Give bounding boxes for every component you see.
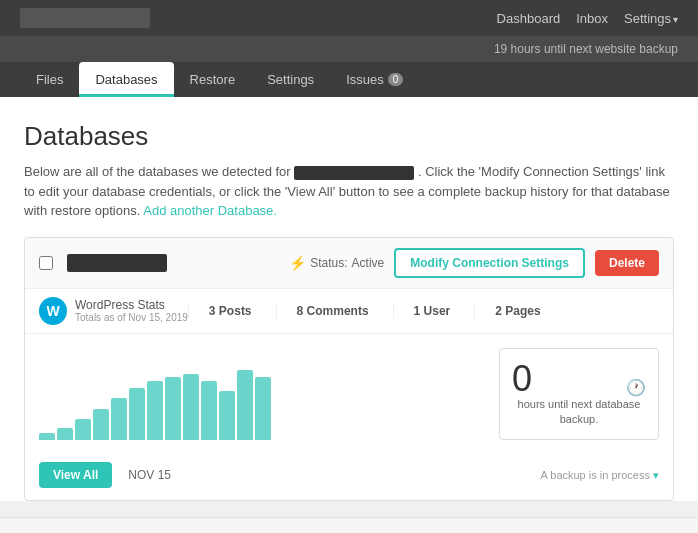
backup-bar-item	[255, 377, 271, 440]
page-description: Below are all of the databases we detect…	[24, 162, 674, 221]
issues-tab[interactable]: Issues 0	[330, 62, 419, 97]
backup-notice: 19 hours until next website backup	[0, 36, 698, 62]
inbox-link[interactable]: Inbox	[576, 11, 608, 26]
backup-area: 0 🕐 hours until next database backup.	[25, 334, 673, 455]
top-nav: Dashboard Inbox Settings	[0, 0, 698, 36]
backup-bar-item	[219, 391, 235, 440]
backup-in-progress-text: A backup is in process ▾	[540, 469, 659, 482]
posts-stat: 3 Posts	[188, 304, 276, 318]
backup-bar-item	[93, 409, 109, 441]
stats-row: W WordPress Stats Totals as of Nov 15, 2…	[25, 289, 673, 334]
tab-bar: Files Databases Restore Settings Issues …	[0, 62, 698, 97]
files-tab[interactable]: Files	[20, 62, 79, 97]
comments-count: 8 Comments	[297, 304, 369, 318]
backup-bar	[183, 374, 199, 441]
backup-text: hours until next database backup.	[512, 397, 646, 428]
db-name-box	[67, 254, 167, 272]
logo	[20, 8, 150, 28]
dashboard-link[interactable]: Dashboard	[497, 11, 561, 26]
desc-text-1: Below are all of the databases we detect…	[24, 164, 291, 179]
backup-bar	[255, 377, 271, 440]
users-stat: 1 User	[393, 304, 475, 318]
settings-link[interactable]: Settings	[624, 11, 678, 26]
backup-bar-item	[165, 377, 181, 440]
add-another-link[interactable]: Add another Database.	[143, 203, 277, 218]
view-all-button[interactable]: View All	[39, 462, 112, 488]
backup-chart	[39, 348, 483, 441]
backup-bar-item	[129, 388, 145, 441]
backup-bar-item	[183, 374, 199, 441]
delete-button[interactable]: Delete	[595, 250, 659, 276]
backup-notice-text: 19 hours until next website backup	[494, 42, 678, 56]
settings-tab[interactable]: Settings	[251, 62, 330, 97]
main-content: Databases Below are all of the databases…	[0, 97, 698, 501]
status-indicator: ⚡ Status: Active	[289, 255, 384, 271]
backup-bar	[57, 428, 73, 441]
backup-bar-item	[75, 419, 91, 440]
pages-stat: 2 Pages	[474, 304, 564, 318]
posts-count: 3 Posts	[209, 304, 252, 318]
backup-date: NOV 15	[128, 468, 171, 482]
pages-count: 2 Pages	[495, 304, 540, 318]
stats-label: WordPress Stats Totals as of Nov 15, 201…	[75, 298, 188, 323]
wordpress-logo: W	[39, 297, 67, 325]
redacted-db-name	[294, 166, 414, 180]
backup-hours-display: 0	[512, 361, 532, 397]
status-icon: ⚡	[289, 255, 306, 271]
backup-footer-left: View All NOV 15	[39, 462, 171, 488]
db-select-checkbox[interactable]	[39, 256, 53, 270]
backup-footer-right: A backup is in process ▾	[540, 469, 659, 482]
backup-bar-item	[111, 398, 127, 440]
backup-bar	[165, 377, 181, 440]
issues-tab-label: Issues	[346, 72, 384, 87]
backup-bar-item	[147, 381, 163, 441]
backup-bar	[93, 409, 109, 441]
backup-bar-item	[201, 381, 217, 441]
backup-progress-link[interactable]: ▾	[653, 469, 659, 481]
wp-stats-name: WordPress Stats	[75, 298, 165, 312]
backup-bar	[111, 398, 127, 440]
backup-bar	[237, 370, 253, 440]
backup-bar	[201, 381, 217, 441]
restore-tab[interactable]: Restore	[174, 62, 252, 97]
backup-bar	[129, 388, 145, 441]
status-value: Active	[352, 256, 385, 270]
backup-bar	[219, 391, 235, 440]
backup-bar	[75, 419, 91, 440]
comments-stat: 8 Comments	[276, 304, 393, 318]
status-label: Status:	[310, 256, 347, 270]
wp-stats-date: Totals as of Nov 15, 2019	[75, 312, 188, 323]
backup-bar	[39, 433, 55, 440]
backup-bar	[147, 381, 163, 441]
bottom-section: Does your site have another database? If…	[0, 517, 698, 533]
backup-bar-item	[57, 428, 73, 441]
nav-links: Dashboard Inbox Settings	[497, 11, 678, 26]
backup-bar-item	[39, 433, 55, 440]
database-card: ⚡ Status: Active Modify Connection Setti…	[24, 237, 674, 502]
db-card-header: ⚡ Status: Active Modify Connection Setti…	[25, 238, 673, 289]
db-header-left	[39, 254, 167, 272]
page-title: Databases	[24, 121, 674, 152]
backup-bar-item	[237, 370, 253, 440]
db-header-right: ⚡ Status: Active Modify Connection Setti…	[289, 248, 659, 278]
clock-icon: 🕐	[626, 378, 646, 397]
backup-footer: View All NOV 15 A backup is in process ▾	[25, 454, 673, 500]
users-count: 1 User	[414, 304, 451, 318]
issues-badge: 0	[388, 73, 404, 86]
databases-tab[interactable]: Databases	[79, 62, 173, 97]
backup-info-box: 0 🕐 hours until next database backup.	[499, 348, 659, 441]
backup-hours-value: 0	[512, 358, 532, 399]
modify-connection-button[interactable]: Modify Connection Settings	[394, 248, 585, 278]
